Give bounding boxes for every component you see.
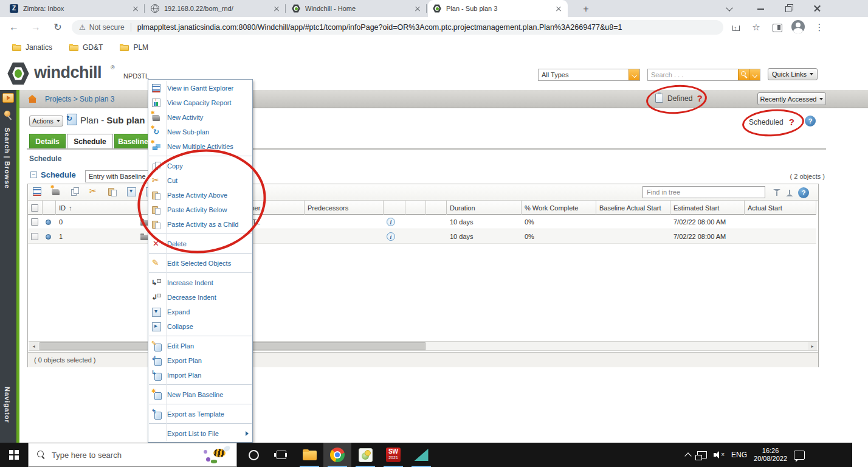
select-all-checkbox[interactable] xyxy=(31,204,38,212)
find-in-tree-input[interactable] xyxy=(643,189,765,196)
column-header-work[interactable]: % Work Complete xyxy=(522,201,596,215)
row-checkbox[interactable] xyxy=(31,218,38,226)
tab-details[interactable]: Details xyxy=(29,134,66,148)
reload-icon[interactable]: ↻ xyxy=(50,19,66,35)
menu-item[interactable]: Paste Activity Below xyxy=(148,202,252,217)
bookmark-item[interactable]: Janatics xyxy=(12,43,52,52)
windchill-logo-icon[interactable] xyxy=(7,62,29,85)
help-icon[interactable] xyxy=(805,116,816,126)
menu-item[interactable]: Cut xyxy=(148,173,252,188)
table-row[interactable]: 110 days0%7/02/22 08:00 AM xyxy=(28,229,816,244)
tab-close-icon[interactable] xyxy=(272,4,281,13)
forward-icon[interactable]: → xyxy=(28,19,44,35)
clock[interactable]: 16:26 20/08/2022 xyxy=(754,447,787,463)
tab-schedule[interactable]: Schedule xyxy=(67,134,113,148)
breadcrumb[interactable]: Projects > Sub plan 3 xyxy=(45,95,114,103)
task-view-taskbar-button[interactable] xyxy=(267,443,295,467)
menu-item[interactable]: Collapse xyxy=(148,319,252,334)
scroll-right-icon[interactable] xyxy=(808,342,817,350)
back-icon[interactable]: ← xyxy=(6,19,22,35)
start-button[interactable] xyxy=(0,443,28,467)
address-bar[interactable]: Not secure plmappltest.janaticsindia.com… xyxy=(72,20,723,35)
menu-item[interactable]: New Activity xyxy=(148,110,252,125)
menu-item[interactable]: Edit Plan xyxy=(148,339,252,353)
show-hidden-icons-icon[interactable] xyxy=(684,452,691,459)
browser-tab[interactable]: 192.168.0.22/bom_rnd/ xyxy=(146,0,286,17)
browser-tab[interactable]: Zimbra: Inbox xyxy=(5,0,145,17)
bookmark-item[interactable]: PLM xyxy=(120,43,148,52)
cortana-taskbar-button[interactable] xyxy=(239,443,267,467)
column-header-status[interactable] xyxy=(43,201,56,215)
side-panel-icon[interactable] xyxy=(770,20,784,35)
column-header-select[interactable] xyxy=(28,201,43,215)
menu-item[interactable]: Increase Indent xyxy=(148,275,252,290)
chrome-taskbar-button[interactable] xyxy=(323,443,351,467)
sidebar-expand-icon[interactable] xyxy=(2,93,14,103)
tree-help-icon[interactable] xyxy=(798,187,809,198)
browser-tab[interactable]: Plan - Sub plan 3 xyxy=(428,0,568,17)
tab-close-icon[interactable] xyxy=(131,4,140,13)
image-app-taskbar-button[interactable] xyxy=(351,443,379,467)
global-search-input[interactable] xyxy=(648,71,738,78)
column-header-id[interactable]: ID↑ xyxy=(56,201,137,215)
find-in-tree-field[interactable] xyxy=(642,186,765,198)
info-icon[interactable] xyxy=(387,218,395,226)
tab-baseline[interactable]: Baseline xyxy=(114,134,152,148)
collapse-section-icon[interactable] xyxy=(30,171,37,178)
tab-close-icon[interactable] xyxy=(413,4,422,13)
search-type-chevron-icon[interactable] xyxy=(629,69,639,80)
bookmark-item[interactable]: GD&T xyxy=(69,43,103,52)
search-options-chevron-icon[interactable] xyxy=(749,69,760,80)
triangle-app-taskbar-button[interactable] xyxy=(407,443,435,467)
recently-accessed-button[interactable]: Recently Accessed xyxy=(757,92,826,105)
filter-down-icon[interactable] xyxy=(773,189,781,196)
home-icon[interactable] xyxy=(28,95,36,103)
row-checkbox[interactable] xyxy=(31,233,38,240)
sidebar-pin-icon[interactable] xyxy=(4,111,10,117)
menu-item[interactable]: Export Plan xyxy=(148,353,252,368)
menu-item[interactable]: Edit Selected Objects xyxy=(148,256,252,271)
menu-item[interactable]: Decrease Indent xyxy=(148,290,252,305)
filter-up-icon[interactable] xyxy=(785,189,794,196)
menu-item[interactable]: Paste Activity Above xyxy=(148,188,252,202)
menu-item[interactable]: Export as Template xyxy=(148,407,252,421)
column-header-sp1[interactable] xyxy=(405,201,426,215)
quick-links-button[interactable]: Quick Links xyxy=(768,68,818,80)
column-header-info[interactable] xyxy=(384,201,405,215)
menu-item[interactable]: View Capacity Report xyxy=(148,95,252,110)
scroll-left-icon[interactable] xyxy=(29,342,38,350)
copy-icon[interactable] xyxy=(70,187,80,197)
info-icon[interactable] xyxy=(387,232,395,241)
column-header-actual_start[interactable]: Actual Start xyxy=(745,201,816,215)
column-header-duration[interactable]: Duration xyxy=(447,201,522,215)
window-restore-button[interactable] xyxy=(780,0,798,17)
file-explorer-taskbar-button[interactable] xyxy=(295,443,323,467)
menu-item[interactable]: Paste Activity as a Child xyxy=(148,217,252,232)
menu-item[interactable]: Expand xyxy=(148,305,252,319)
action-center-icon[interactable] xyxy=(794,451,805,460)
network-icon[interactable] xyxy=(697,451,707,458)
new-tab-button[interactable]: + xyxy=(579,2,593,16)
menu-item[interactable]: View in Gantt Explorer xyxy=(148,81,252,95)
paste-icon[interactable] xyxy=(108,187,118,197)
gantt-view-icon[interactable] xyxy=(32,187,43,197)
column-header-sp2[interactable] xyxy=(426,201,447,215)
tab-search-chevron-icon[interactable] xyxy=(721,0,739,17)
bookmark-star-icon[interactable] xyxy=(749,20,763,35)
cut-icon[interactable] xyxy=(89,187,99,197)
expand-all-icon[interactable] xyxy=(126,187,137,197)
share-icon[interactable] xyxy=(728,20,743,35)
language-indicator[interactable]: ENG xyxy=(731,451,747,459)
column-header-est_start[interactable]: Estimated Start xyxy=(670,201,745,215)
volume-muted-icon[interactable] xyxy=(714,451,725,459)
menu-item[interactable]: Copy xyxy=(148,159,252,173)
tab-close-icon[interactable] xyxy=(554,4,563,13)
window-minimize-button[interactable] xyxy=(752,0,770,17)
browser-menu-icon[interactable] xyxy=(812,20,827,35)
menu-item[interactable]: New Plan Baseline xyxy=(148,387,252,402)
menu-item[interactable]: New Sub-plan xyxy=(148,125,252,139)
horizontal-scrollbar[interactable] xyxy=(29,341,818,351)
menu-item[interactable]: Import Plan xyxy=(148,368,252,382)
table-row[interactable]: 0NPD3TL10 days0%7/02/22 08:00 AM xyxy=(28,215,816,229)
column-header-predecessors[interactable]: Predecessors xyxy=(305,201,384,215)
